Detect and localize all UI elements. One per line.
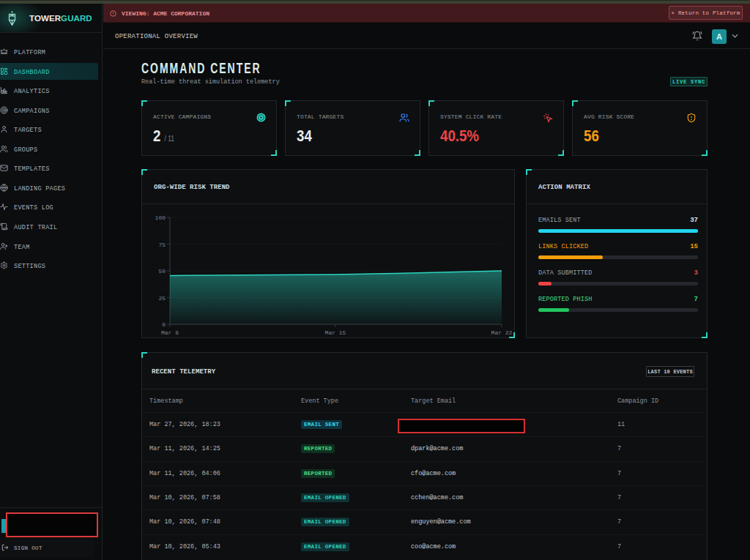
svg-text:Mar 15: Mar 15 — [325, 329, 346, 336]
svg-text:Mar 22: Mar 22 — [491, 329, 513, 336]
svg-text:25: 25 — [158, 295, 166, 302]
svg-text:50: 50 — [158, 268, 166, 275]
svg-text:Mar 8: Mar 8 — [161, 329, 179, 336]
svg-text:100: 100 — [155, 214, 166, 221]
svg-text:75: 75 — [158, 242, 166, 248]
svg-text:0: 0 — [162, 321, 166, 328]
